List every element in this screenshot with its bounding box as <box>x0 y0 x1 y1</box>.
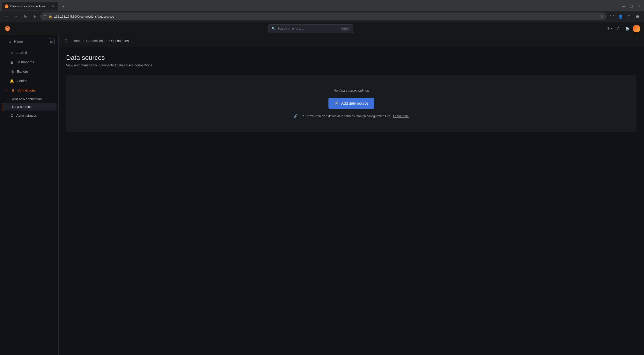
browser-toolbar: ← → ↻ ⚙ 🛡 🔒 192.168.10.5:3000/connection… <box>0 11 644 22</box>
page-subtitle: View and manage your connected data sour… <box>66 63 636 67</box>
svg-point-2 <box>7 28 8 29</box>
protip-icon: 🔗 <box>294 114 298 118</box>
grafana-app: 🔍 Search or jump to... ctrl+k + ▾ ? 📡 <box>0 22 644 355</box>
dashboards-arrow: › <box>6 61 6 64</box>
forward-button[interactable]: → <box>12 13 20 20</box>
database-icon: 🗄 <box>334 101 338 106</box>
grafana-topbar: 🔍 Search or jump to... ctrl+k + ▾ ? 📡 <box>0 22 644 35</box>
empty-state-text: No data sources defined <box>334 89 369 93</box>
address-host: 192.168.10.5 <box>54 15 72 18</box>
address-path: :3000/connections/datasources <box>72 15 114 18</box>
protip-text: 🔗 ProTip: You can also define data sourc… <box>294 114 408 118</box>
sidebar-item-alerting[interactable]: › 🔔 Alerting <box>2 77 56 85</box>
security-icon: 🛡 <box>44 15 47 18</box>
breadcrumb-sep-2: › <box>106 39 108 43</box>
back-button[interactable]: ← <box>3 13 10 20</box>
topbar-search: 🔍 Search or jump to... ctrl+k <box>14 25 607 33</box>
breadcrumb-collapse-button[interactable]: ⌃ <box>633 37 640 45</box>
connections-arrow: ∨ <box>6 89 8 92</box>
sidebar: ⌂ Home ⊟ › ☆ Starred › ⊞ Dashboards ◎ <box>0 35 58 355</box>
breadcrumb-connections[interactable]: Connections <box>86 39 104 43</box>
maximize-button[interactable]: □ <box>628 3 634 10</box>
address-bar[interactable]: 🛡 🔒 192.168.10.5:3000/connections/dataso… <box>40 13 606 21</box>
data-sources-label: Data sources <box>12 105 32 109</box>
search-shortcut: ctrl+k <box>341 27 350 31</box>
sidebar-item-data-sources[interactable]: Data sources <box>2 103 56 111</box>
tab-title: Data sources - Connections - G <box>10 5 49 8</box>
breadcrumb: Home › Connections › Data sources <box>73 39 129 43</box>
connections-icon: ⊕ <box>11 88 15 93</box>
tab-favicon <box>5 5 8 8</box>
toolbar-icons: 🛡 👤 ⬡ ☰ <box>608 13 641 20</box>
user-avatar[interactable] <box>633 25 640 32</box>
sidebar-item-administration[interactable]: › ⚙ Administration <box>2 111 56 120</box>
search-icon: 🔍 <box>272 27 276 31</box>
sidebar-dashboards-label: Dashboards <box>16 60 34 64</box>
search-bar[interactable]: 🔍 Search or jump to... ctrl+k <box>268 25 353 33</box>
lock-icon: 🔒 <box>48 15 52 18</box>
tab-bar: Data sources - Connections - G ✕ + ─ □ ✕ <box>0 0 644 11</box>
sidebar-header: ⌂ Home ⊟ <box>0 35 58 48</box>
reload-button[interactable]: ↻ <box>22 13 29 20</box>
plus-chevron: ▾ <box>611 27 612 30</box>
extensions-icon[interactable]: ⬡ <box>625 13 633 20</box>
admin-arrow: › <box>6 114 6 117</box>
dashboards-icon: ⊞ <box>10 60 14 64</box>
alerting-icon: 🔔 <box>10 79 14 83</box>
sidebar-administration-label: Administration <box>16 114 37 117</box>
extension-button[interactable]: ⚙ <box>31 13 38 20</box>
topbar-actions: + ▾ ? 📡 <box>607 25 640 32</box>
breadcrumb-bar: ☰ Home › Connections › Data sources ⌃ <box>58 35 644 47</box>
sidebar-item-add-connection[interactable]: Add new connection <box>2 95 56 103</box>
sidebar-item-dashboards[interactable]: › ⊞ Dashboards <box>2 58 56 67</box>
alerting-arrow: › <box>6 80 6 82</box>
browser-chrome: Data sources - Connections - G ✕ + ─ □ ✕… <box>0 0 644 22</box>
sidebar-connections-label: Connections <box>17 89 36 92</box>
add-button-label: Add data source <box>341 101 368 106</box>
add-data-source-button[interactable]: 🗄 Add data source <box>328 98 374 109</box>
breadcrumb-current: Data sources <box>110 39 129 43</box>
news-button[interactable]: 📡 <box>623 25 631 32</box>
sidebar-item-home[interactable]: ⌂ Home <box>4 37 48 46</box>
grafana-logo[interactable] <box>4 25 11 32</box>
protip-content: ProTip: You can also define data sources… <box>300 114 391 118</box>
sidebar-home-label: Home <box>14 40 23 44</box>
sidebar-alerting-label: Alerting <box>16 79 28 83</box>
shield-icon[interactable]: 🛡 <box>608 13 616 20</box>
help-button[interactable]: ? <box>614 25 622 32</box>
main-content: Data sources View and manage your connec… <box>58 47 644 355</box>
empty-state: No data sources defined 🗄 Add data sourc… <box>66 75 636 132</box>
tab-close-button[interactable]: ✕ <box>51 4 55 9</box>
menu-icon[interactable]: ☰ <box>634 13 641 20</box>
breadcrumb-sep-1: › <box>83 39 84 43</box>
sidebar-item-starred[interactable]: › ☆ Starred <box>2 48 56 57</box>
sidebar-item-explore[interactable]: ◎ Explore <box>2 67 56 76</box>
starred-icon: ☆ <box>10 51 14 55</box>
breadcrumb-home[interactable]: Home <box>73 39 81 43</box>
close-button[interactable]: ✕ <box>636 3 642 10</box>
profile-icon[interactable]: 👤 <box>617 13 624 20</box>
plus-button[interactable]: + ▾ <box>607 26 612 31</box>
sidebar-explore-label: Explore <box>17 70 28 74</box>
content-row: ⌂ Home ⊟ › ☆ Starred › ⊞ Dashboards ◎ <box>0 35 644 355</box>
hamburger-button[interactable]: ☰ <box>62 37 70 45</box>
sidebar-toggle-button[interactable]: ⊟ <box>48 38 54 45</box>
administration-icon: ⚙ <box>10 113 14 118</box>
sidebar-starred-label: Starred <box>16 51 27 55</box>
learn-more-link[interactable]: Learn more <box>393 114 408 118</box>
explore-icon: ◎ <box>10 70 14 74</box>
search-placeholder: Search or jump to... <box>277 27 339 30</box>
minimize-button[interactable]: ─ <box>620 3 627 10</box>
active-tab[interactable]: Data sources - Connections - G ✕ <box>2 2 58 11</box>
new-tab-button[interactable]: + <box>59 3 68 10</box>
home-icon: ⌂ <box>8 40 12 44</box>
starred-arrow: › <box>6 51 6 54</box>
address-text: 192.168.10.5:3000/connections/datasource… <box>54 15 598 18</box>
sidebar-item-connections[interactable]: ∨ ⊕ Connections <box>2 86 56 95</box>
bookmark-icon[interactable]: ☆ <box>600 14 603 19</box>
page-title: Data sources <box>66 54 636 62</box>
full-page: Data sources - Connections - G ✕ + ─ □ ✕… <box>0 0 644 355</box>
add-connection-label: Add new connection <box>12 97 42 101</box>
plus-icon: + <box>607 26 610 31</box>
